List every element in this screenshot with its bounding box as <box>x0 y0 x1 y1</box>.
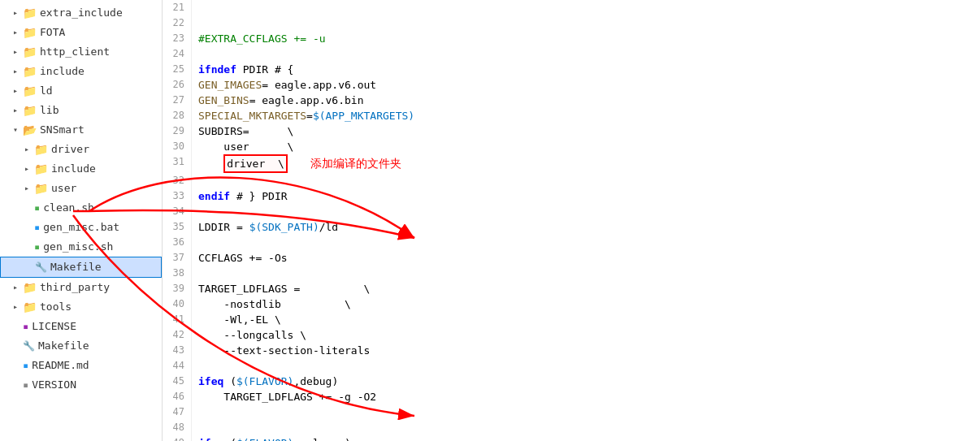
tree-arrow: ▸ <box>13 83 21 99</box>
tree-item-label: http_client <box>40 44 158 60</box>
line-content: -nostdlib \ <box>192 296 351 312</box>
tree-item-label: Makefile <box>38 338 158 354</box>
line-content: GEN_BINS= eagle.app.v6.bin <box>192 93 364 108</box>
sidebar-item-Makefile_sns[interactable]: 🔧Makefile <box>0 257 162 278</box>
line-content: CCFLAGS += -Os <box>192 250 288 266</box>
sidebar-item-VERSION[interactable]: ▪VERSION <box>0 375 162 395</box>
line-content: driver \ 添加编译的文件夹 <box>192 154 401 173</box>
line-content: ifndef PDIR # { <box>192 62 293 77</box>
line-content <box>192 420 205 435</box>
line-content: ifeq ($(FLAVOR),debug) <box>192 374 338 389</box>
tree-item-label: include <box>51 161 158 177</box>
code-line: 24 <box>163 46 980 62</box>
sidebar-item-tools[interactable]: ▸📁tools <box>0 297 162 317</box>
line-number: 22 <box>163 15 192 31</box>
file-icon: 🔧 <box>23 338 35 354</box>
tree-item-label: Makefile <box>50 259 158 275</box>
tree-item-label: tools <box>40 299 158 315</box>
code-line: 32 <box>163 173 980 188</box>
line-number: 37 <box>163 250 192 266</box>
line-number: 46 <box>163 389 192 404</box>
sidebar-item-driver[interactable]: ▸📁driver <box>0 140 162 159</box>
sidebar-item-SNSmart[interactable]: ▾📂SNSmart <box>0 120 162 140</box>
line-number: 45 <box>163 374 192 389</box>
line-number: 36 <box>163 235 192 250</box>
code-line: 41 -Wl,-EL \ <box>163 312 980 327</box>
line-number: 26 <box>163 77 192 93</box>
code-line: 43 --text-section-literals <box>163 343 980 358</box>
code-line: 26GEN_IMAGES= eagle.app.v6.out <box>163 77 980 93</box>
sidebar-item-README[interactable]: ▪README.md <box>0 356 162 375</box>
sidebar-item-Makefile_root[interactable]: 🔧Makefile <box>0 336 162 356</box>
tree-item-label: gen_misc.sh <box>43 239 158 255</box>
sidebar-item-gen_misc_sh[interactable]: ▪gen_misc.sh <box>0 237 162 257</box>
file-tree[interactable]: ▸📁extra_include▸📁FOTA▸📁http_client▸📁incl… <box>0 0 163 441</box>
folder-icon: 📂 <box>23 122 37 138</box>
sidebar-item-clean_sh[interactable]: ▪clean.sh <box>0 198 162 218</box>
tree-arrow: ▸ <box>13 279 21 296</box>
sidebar-item-user[interactable]: ▸📁user <box>0 179 162 198</box>
tree-item-label: clean.sh <box>43 200 158 216</box>
tree-arrow: ▸ <box>13 24 21 41</box>
annotation-text: 添加编译的文件夹 <box>304 157 401 170</box>
sidebar-item-http_client[interactable]: ▸📁http_client <box>0 42 162 62</box>
line-number: 35 <box>163 219 192 235</box>
line-content: LDDIR = $(SDK_PATH)/ld <box>192 219 338 235</box>
line-content: GEN_IMAGES= eagle.app.v6.out <box>192 77 376 93</box>
line-number: 47 <box>163 404 192 420</box>
code-line: 48 <box>163 420 980 435</box>
folder-icon: 📁 <box>23 63 37 80</box>
code-line: 33endif # } PDIR <box>163 188 980 204</box>
sidebar-item-extra_include[interactable]: ▸📁extra_include <box>0 3 162 23</box>
sidebar-item-gen_misc_bat[interactable]: ▪gen_misc.bat <box>0 218 162 237</box>
line-content: SPECIAL_MKTARGETS=$(APP_MKTARGETS) <box>192 108 414 123</box>
sidebar-item-FOTA[interactable]: ▸📁FOTA <box>0 23 162 42</box>
code-line: 27GEN_BINS= eagle.app.v6.bin <box>163 93 980 108</box>
line-content <box>192 0 205 15</box>
line-content: ifeq ($(FLAVOR),release) <box>192 435 351 441</box>
line-content: TARGET_LDFLAGS = \ <box>192 281 370 296</box>
code-line: 30 user \ <box>163 139 980 154</box>
line-content <box>192 358 205 374</box>
sidebar-item-ld[interactable]: ▸📁ld <box>0 81 162 101</box>
folder-icon: 📁 <box>23 83 37 99</box>
line-content: user \ <box>192 139 293 154</box>
highlight-driver: driver \ <box>223 154 287 173</box>
line-content <box>192 204 205 219</box>
folder-icon: 📁 <box>23 279 37 296</box>
code-line: 38 <box>163 266 980 281</box>
code-line: 31 driver \ 添加编译的文件夹 <box>163 154 980 173</box>
code-line: 44 <box>163 358 980 374</box>
file-icon: 🔧 <box>35 259 47 275</box>
line-number: 44 <box>163 358 192 374</box>
sidebar-item-include[interactable]: ▸📁include <box>0 62 162 81</box>
sidebar-item-lib[interactable]: ▸📁lib <box>0 101 162 120</box>
code-line: 22 <box>163 15 980 31</box>
file-icon: ▪ <box>34 239 40 255</box>
code-line: 45ifeq ($(FLAVOR),debug) <box>163 374 980 389</box>
file-icon: ▪ <box>23 377 28 393</box>
file-icon: ▪ <box>34 219 40 236</box>
tree-item-label: gen_misc.bat <box>43 219 158 236</box>
folder-icon: 📁 <box>23 24 37 41</box>
line-content: SUBDIRS= \ <box>192 123 293 139</box>
tree-item-label: ld <box>40 83 158 99</box>
line-number: 24 <box>163 46 192 62</box>
sidebar-item-LICENSE[interactable]: ▪LICENSE <box>0 317 162 336</box>
line-content <box>192 266 205 281</box>
code-line: 35LDDIR = $(SDK_PATH)/ld <box>163 219 980 235</box>
file-icon: ▪ <box>34 200 40 216</box>
sidebar-item-third_party[interactable]: ▸📁third_party <box>0 278 162 297</box>
code-line: 39TARGET_LDFLAGS = \ <box>163 281 980 296</box>
code-line: 49ifeq ($(FLAVOR),release) <box>163 435 980 441</box>
line-number: 48 <box>163 420 192 435</box>
line-number: 33 <box>163 188 192 204</box>
folder-icon: 📁 <box>34 161 48 177</box>
sidebar-item-include2[interactable]: ▸📁include <box>0 159 162 179</box>
line-content: --longcalls \ <box>192 327 306 343</box>
line-content <box>192 46 205 62</box>
line-number: 34 <box>163 204 192 219</box>
folder-icon: 📁 <box>23 5 37 21</box>
line-number: 40 <box>163 296 192 312</box>
code-line: 47 <box>163 404 980 420</box>
